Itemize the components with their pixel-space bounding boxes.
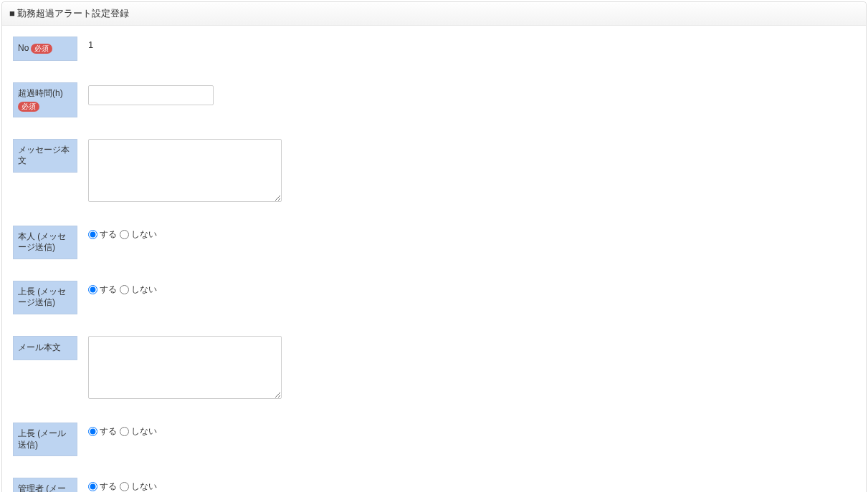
row-superior-mail: 上長 (メール送信) する しない: [13, 423, 855, 456]
superior-message-no-label: しない: [131, 284, 157, 296]
superior-mail-no-label: しない: [131, 425, 157, 438]
row-mail-body: メール本文: [13, 336, 855, 401]
label-no-text: No: [18, 43, 29, 54]
row-no: No 必須 1: [13, 37, 855, 61]
value-mail-body: [88, 336, 855, 401]
label-message-body: メッセージ本文: [13, 139, 77, 173]
value-message-body: [88, 139, 855, 204]
settings-panel: ■ 勤務超過アラート設定登録 No 必須 1 超過時間(h) 必須 メッセージ本…: [1, 1, 867, 492]
admin-mail-yes-label: する: [100, 481, 117, 492]
label-message-body-text: メッセージ本文: [18, 145, 72, 167]
value-admin-mail: する しない: [88, 478, 855, 492]
mail-body-textarea[interactable]: [88, 336, 282, 399]
value-superior-mail: する しない: [88, 423, 855, 438]
superior-message-yes-label: する: [100, 284, 117, 296]
value-no: 1: [88, 37, 855, 50]
overtime-hours-input[interactable]: [88, 85, 214, 105]
panel-header: ■ 勤務超過アラート設定登録: [2, 2, 866, 26]
row-self-message: 本人 (メッセージ送信) する しない: [13, 226, 855, 259]
message-body-textarea[interactable]: [88, 139, 282, 202]
label-superior-mail-text: 上長 (メール送信): [18, 428, 72, 450]
self-message-yes-label: する: [100, 228, 117, 241]
label-self-message: 本人 (メッセージ送信): [13, 226, 77, 259]
label-admin-mail: 管理者 (メール送信): [13, 478, 77, 492]
panel-body: No 必須 1 超過時間(h) 必須 メッセージ本文: [2, 26, 866, 492]
self-message-no-radio[interactable]: [120, 230, 129, 239]
superior-message-yes-radio[interactable]: [88, 285, 97, 294]
label-overtime-hours-text: 超過時間(h): [18, 88, 63, 100]
label-mail-body-text: メール本文: [18, 342, 61, 354]
value-overtime-hours: [88, 82, 855, 105]
label-admin-mail-text: 管理者 (メール送信): [18, 483, 72, 492]
admin-mail-no-radio[interactable]: [120, 482, 129, 491]
row-message-body: メッセージ本文: [13, 139, 855, 204]
value-superior-message: する しない: [88, 281, 855, 296]
label-superior-message: 上長 (メッセージ送信): [13, 281, 77, 314]
label-mail-body: メール本文: [13, 336, 77, 360]
label-overtime-hours: 超過時間(h) 必須: [13, 82, 77, 117]
row-overtime-hours: 超過時間(h) 必須: [13, 82, 855, 117]
label-self-message-text: 本人 (メッセージ送信): [18, 231, 72, 254]
self-message-yes-radio[interactable]: [88, 230, 97, 239]
label-no: No 必須: [13, 37, 77, 61]
row-admin-mail: 管理者 (メール送信) する しない: [13, 478, 855, 492]
label-superior-mail: 上長 (メール送信): [13, 423, 77, 456]
label-superior-message-text: 上長 (メッセージ送信): [18, 286, 72, 309]
admin-mail-no-label: しない: [131, 481, 157, 492]
superior-mail-no-radio[interactable]: [120, 427, 129, 436]
superior-mail-yes-radio[interactable]: [88, 427, 97, 436]
admin-mail-yes-radio[interactable]: [88, 482, 97, 491]
superior-message-no-radio[interactable]: [120, 285, 129, 294]
panel-title: ■ 勤務超過アラート設定登録: [9, 8, 129, 19]
row-superior-message: 上長 (メッセージ送信) する しない: [13, 281, 855, 314]
value-self-message: する しない: [88, 226, 855, 241]
self-message-no-label: しない: [131, 228, 157, 241]
required-badge-no: 必須: [31, 44, 52, 54]
superior-mail-yes-label: する: [100, 425, 117, 438]
required-badge-overtime: 必須: [18, 102, 39, 112]
